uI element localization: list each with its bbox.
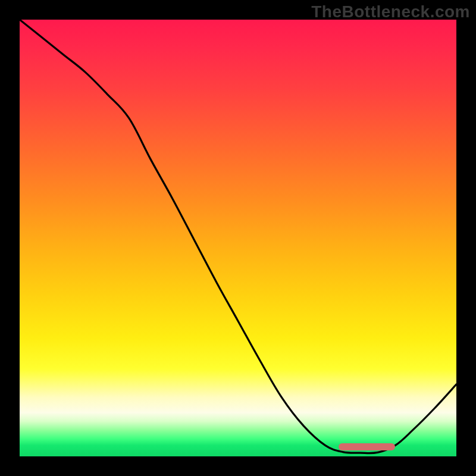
optimal-range-marker: [339, 443, 395, 450]
chart-frame: TheBottleneck.com: [0, 0, 476, 476]
bottleneck-curve: [20, 20, 456, 456]
plot-area: [20, 20, 456, 456]
watermark-text: TheBottleneck.com: [311, 2, 470, 21]
